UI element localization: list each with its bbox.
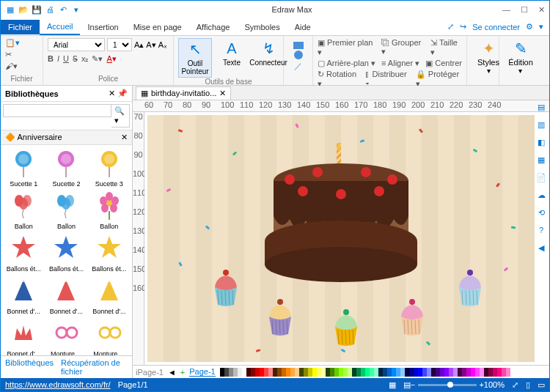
bring-front-button[interactable]: ▣ Premier plan ▾ [318, 38, 375, 57]
qat-new-icon[interactable]: ▦ [5, 4, 15, 15]
close-button[interactable]: ✕ [538, 5, 545, 15]
page-add-icon[interactable]: + [180, 368, 185, 377]
search-icon[interactable]: 🔍▾ [111, 104, 130, 127]
clear-format-icon[interactable]: Aₓ [158, 40, 167, 50]
bold-icon[interactable]: B [48, 54, 54, 64]
library-search-input[interactable] [3, 104, 111, 117]
view-single-icon[interactable]: ▯ [526, 380, 530, 390]
view-grid-icon[interactable]: ▦ [389, 380, 396, 390]
edition-button[interactable]: ✎ Édition▾ [504, 38, 538, 76]
color-swatches[interactable] [220, 368, 546, 377]
canvas[interactable] [144, 112, 549, 365]
side-shapes-icon[interactable]: ▦ [535, 153, 548, 166]
side-synergy-icon[interactable]: ⟲ [535, 206, 548, 219]
send-back-button[interactable]: ▢ Arrière-plan ▾ [318, 59, 375, 68]
tab-affichage[interactable]: Affichage [189, 20, 238, 34]
library-item[interactable]: Sucette 1 [4, 148, 43, 188]
gear-icon[interactable]: ⚙ [526, 22, 533, 32]
italic-icon[interactable]: I [57, 54, 59, 64]
strike-icon[interactable]: S̶ [73, 54, 78, 64]
library-item[interactable]: Ballon [4, 191, 43, 230]
align-button[interactable]: ≡ Aligner ▾ [381, 59, 419, 68]
page-label[interactable]: Page-1 [189, 367, 215, 377]
lib-tab-recovery[interactable]: Récupération de fichier [61, 358, 128, 376]
subscript-icon[interactable]: x₂ [81, 54, 89, 64]
format-painter-icon[interactable]: 🖌▾ [5, 62, 18, 71]
fit-page-icon[interactable]: ⤢ [512, 380, 518, 390]
font-size-select[interactable]: 10 [107, 38, 132, 51]
qat-undo-icon[interactable]: ↶ [58, 4, 68, 15]
status-url[interactable]: https://www.edrawsoft.com/fr/ [5, 380, 111, 389]
library-close-icon[interactable]: ✕ [109, 89, 115, 97]
cut-icon[interactable]: ✂ [5, 50, 12, 59]
connector-tool-button[interactable]: ↯ Connecteur [252, 38, 285, 68]
library-item[interactable]: Ballons ét... [4, 233, 43, 273]
cupcake-shape[interactable] [263, 297, 297, 337]
highlight-icon[interactable]: ✎▾ [92, 54, 103, 64]
group-button[interactable]: ⿻ Grouper ▾ [381, 38, 425, 57]
library-item[interactable]: Bonnet d'... [89, 275, 129, 315]
tab-aide[interactable]: Aide [287, 20, 318, 34]
maximize-button[interactable]: ☐ [521, 5, 528, 15]
tab-accueil[interactable]: Accueil [40, 19, 80, 35]
help-icon[interactable]: ▾ [539, 22, 543, 32]
library-item[interactable]: Sucette 2 [46, 148, 86, 188]
font-color-icon[interactable]: A▾ [106, 54, 116, 64]
page-nav-prev-icon[interactable]: ◄ [168, 368, 176, 377]
cupcake-shape[interactable] [329, 308, 363, 347]
minimize-button[interactable]: — [502, 5, 510, 15]
library-item[interactable]: Ballon [89, 191, 129, 230]
shape-rect-icon[interactable] [293, 42, 304, 49]
doc-tab-close-icon[interactable]: ✕ [219, 89, 226, 98]
library-item[interactable]: Bonnet d'... [46, 275, 86, 315]
text-tool-button[interactable]: A Texte [215, 38, 249, 68]
grow-font-icon[interactable]: A▴ [134, 40, 144, 50]
cupcake-shape[interactable] [209, 268, 243, 308]
cake-shape[interactable] [260, 143, 422, 282]
library-item[interactable]: Monture ... [89, 318, 129, 355]
document-tab[interactable]: ▦ birthday-invitatio... ✕ [136, 86, 231, 100]
qat-print-icon[interactable]: 🖨 [45, 4, 55, 15]
library-item[interactable]: Ballon [46, 191, 86, 230]
share-icon[interactable]: ↪ [460, 22, 466, 32]
cupcake-shape[interactable] [453, 268, 487, 308]
cupcake-shape[interactable] [395, 297, 429, 337]
paste-icon[interactable]: 📋▾ [5, 38, 20, 48]
side-help-icon[interactable]: ? [535, 223, 548, 237]
side-nav-icon[interactable]: ◧ [535, 136, 548, 149]
qat-save-icon[interactable]: 💾 [32, 4, 42, 15]
library-item[interactable]: Monture ... [46, 318, 86, 355]
library-item[interactable]: Sucette 3 [89, 148, 129, 188]
zoom-slider[interactable]: −+ [418, 384, 477, 386]
side-cloud-icon[interactable]: ☁ [535, 188, 548, 201]
tab-file[interactable]: Fichier [1, 20, 40, 34]
tab-insertion[interactable]: Insertion [80, 20, 125, 34]
qat-more-icon[interactable]: ▾ [71, 4, 81, 15]
library-item[interactable]: Ballons ét... [46, 233, 86, 273]
shape-circle-icon[interactable] [294, 51, 303, 59]
expand-ribbon-icon[interactable]: ⤢ [447, 22, 454, 32]
lib-tab-libraries[interactable]: Bibliothèques [5, 358, 54, 376]
library-item[interactable]: Bonnet d'... [4, 275, 43, 315]
shape-line-icon[interactable]: ／ [294, 61, 302, 72]
size-button[interactable]: ⇲ Taille ▾ [430, 38, 462, 57]
side-collapse-icon[interactable]: ◀ [535, 241, 548, 254]
toggle-ruler-icon[interactable]: ▤ [535, 100, 548, 114]
category-close-icon[interactable]: ✕ [121, 133, 128, 142]
library-pin-icon[interactable]: 📌 [117, 89, 128, 97]
qat-open-icon[interactable]: 📂 [18, 4, 29, 15]
connect-link[interactable]: Se connecter [472, 23, 520, 32]
center-button[interactable]: ▣ Centrer [425, 59, 462, 68]
library-item[interactable]: Bonnet d'... [4, 318, 43, 355]
view-ruler-icon[interactable]: ▤ [403, 380, 411, 390]
tab-symboles[interactable]: Symboles [237, 20, 287, 34]
font-name-select[interactable]: Arial [48, 38, 105, 51]
pointer-tool-button[interactable]: ↖ Outil Pointeur [178, 38, 212, 78]
library-item[interactable]: Ballons ét... [89, 233, 129, 273]
side-resources-icon[interactable]: 📄 [535, 171, 548, 184]
tab-mise-en-page[interactable]: Mise en page [126, 20, 189, 34]
side-layers-icon[interactable]: ▥ [535, 118, 548, 131]
underline-icon[interactable]: U [63, 54, 69, 64]
shrink-font-icon[interactable]: A▾ [146, 40, 155, 50]
view-full-icon[interactable]: ▭ [538, 380, 545, 390]
